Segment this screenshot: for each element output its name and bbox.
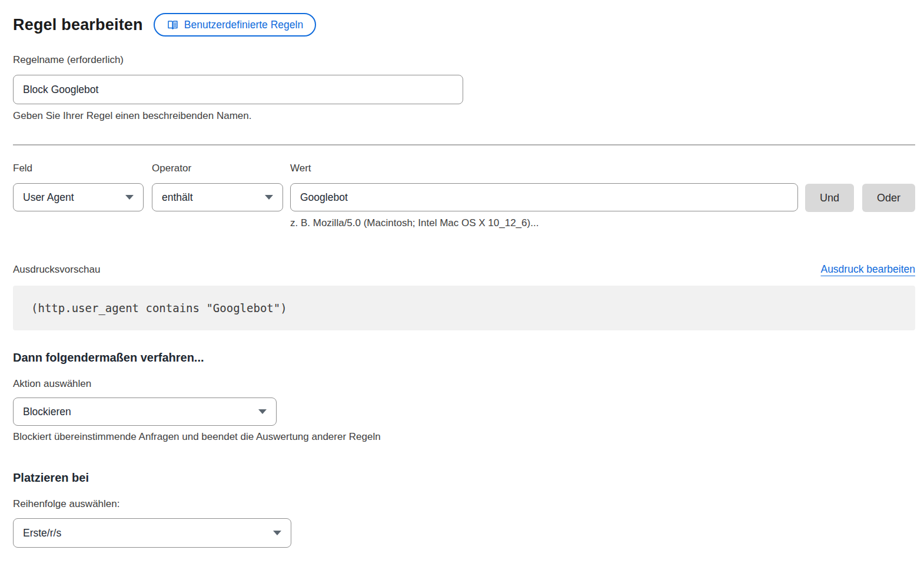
expression-preview-header: Ausdrucksvorschau Ausdruck bearbeiten [13, 263, 915, 276]
rule-editor-page: Regel bearbeiten Benutzerdefinierte Rege… [0, 0, 924, 548]
placement-order-select[interactable]: Erste/r/s [13, 518, 291, 548]
logic-buttons: Und Oder [805, 163, 915, 212]
field-select-value: User Agent [23, 191, 74, 204]
dropdown-caret-icon [273, 531, 281, 535]
value-input[interactable] [290, 183, 798, 211]
value-column: Wert z. B. Mozilla/5.0 (Macintosh; Intel… [290, 163, 798, 229]
action-select-value: Blockieren [23, 406, 71, 418]
edit-expression-link[interactable]: Ausdruck bearbeiten [820, 263, 915, 276]
rule-name-input-wrap [13, 75, 463, 104]
or-button[interactable]: Oder [862, 184, 915, 212]
placement-select-value: Erste/r/s [23, 527, 61, 539]
page-title: Regel bearbeiten [13, 16, 143, 34]
placement-section-heading: Platzieren bei [13, 471, 915, 485]
title-row: Regel bearbeiten Benutzerdefinierte Rege… [13, 13, 915, 37]
dropdown-caret-icon [258, 409, 267, 414]
value-label: Wert [290, 163, 798, 174]
action-helper: Blockiert übereinstimmende Anfragen und … [13, 431, 915, 443]
expression-preview-label: Ausdrucksvorschau [13, 264, 100, 276]
rule-name-helper: Geben Sie Ihrer Regel einen beschreibend… [13, 110, 915, 122]
section-divider [13, 144, 915, 145]
operator-select-value: enthält [162, 191, 193, 204]
field-label: Feld [13, 163, 144, 174]
rule-name-group: Regelname (erforderlich) Geben Sie Ihrer… [13, 54, 915, 122]
operator-label: Operator [152, 163, 283, 174]
operator-column: Operator enthält [152, 163, 283, 211]
action-select[interactable]: Blockieren [13, 398, 277, 426]
dropdown-caret-icon [265, 195, 273, 200]
custom-rules-docs-button[interactable]: Benutzerdefinierte Regeln [154, 13, 316, 37]
field-select[interactable]: User Agent [13, 183, 144, 211]
rule-name-label: Regelname (erforderlich) [13, 54, 915, 66]
and-button[interactable]: Und [805, 184, 854, 212]
condition-row: Feld User Agent Operator enthält Wert z.… [13, 163, 915, 229]
placement-order-label: Reihenfolge auswählen: [13, 498, 915, 510]
value-helper: z. B. Mozilla/5.0 (Macintosh; Intel Mac … [290, 217, 798, 229]
operator-select[interactable]: enthält [152, 183, 283, 211]
dropdown-caret-icon [125, 195, 134, 200]
open-book-icon [167, 19, 179, 31]
rule-name-input[interactable] [13, 75, 463, 104]
action-label: Aktion auswählen [13, 378, 915, 390]
field-column: Feld User Agent [13, 163, 144, 211]
expression-code-block: (http.user_agent contains "Googlebot") [13, 286, 915, 330]
docs-button-label: Benutzerdefinierte Regeln [184, 19, 303, 31]
action-section-heading: Dann folgendermaßen verfahren... [13, 351, 915, 365]
